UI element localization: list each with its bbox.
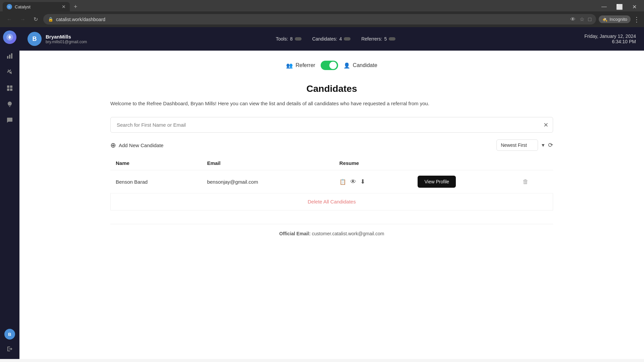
menu-icon[interactable]: ⋮ <box>633 15 640 23</box>
referrer-toggle-label: 👥 Referrer <box>286 62 315 69</box>
signout-icon <box>6 346 13 352</box>
search-clear-icon[interactable]: ✕ <box>543 121 548 129</box>
top-bar-time: 6:34:10 PM <box>584 39 636 44</box>
view-profile-cell: View Profile <box>412 170 517 193</box>
search-input[interactable] <box>110 117 553 133</box>
tab-close-icon[interactable]: ✕ <box>62 4 66 9</box>
sidebar-logo[interactable] <box>3 31 16 44</box>
star-icon[interactable]: ☆ <box>580 16 584 22</box>
browser-chrome: C Catalyst ✕ + — ⬜ ✕ ← → ↻ 🔒 catalist.wo… <box>0 0 644 27</box>
page-title: Candidates <box>110 83 553 94</box>
stat-referrers-label: Referrers: <box>361 36 382 42</box>
top-bar-date: Friday, January 12, 2024 <box>584 34 636 39</box>
svg-rect-3 <box>11 53 12 59</box>
sort-select[interactable]: Newest First <box>496 139 538 151</box>
incognito-label: Incognito <box>609 17 627 22</box>
toggle-slider <box>321 61 338 70</box>
svg-rect-1 <box>7 56 8 59</box>
sidebar-item-ideas[interactable] <box>3 98 16 111</box>
stat-tools-label: Tools: <box>276 36 288 42</box>
sidebar-item-analytics[interactable] <box>3 49 16 63</box>
referrers-stat-icon <box>389 37 395 41</box>
sidebar: B <box>0 27 19 359</box>
page-description: Welcome to the Refree Dashboard, Bryan M… <box>110 100 463 108</box>
close-button[interactable]: ✕ <box>628 2 641 11</box>
table-header-row: Name Email Resume <box>110 156 553 170</box>
top-bar-stats: Tools: 8 Candidates: 4 Referrers: 5 <box>276 36 395 42</box>
table-body: Benson Barad bensonjay@gmail.com 📋 👁 ⬇ <box>110 170 553 193</box>
stat-candidates: Candidates: 4 <box>312 36 351 42</box>
tab-title: Catalyst <box>15 4 59 9</box>
view-toggle-switch[interactable] <box>321 61 338 70</box>
browser-tab-active[interactable]: C Catalyst ✕ <box>3 2 70 11</box>
copy-icon[interactable]: 📋 <box>339 179 346 185</box>
incognito-icon: 🕵 <box>602 17 607 22</box>
col-email: Email <box>202 156 334 170</box>
address-text: catalist.work/dashboard <box>56 17 568 22</box>
extensions-icon[interactable]: □ <box>588 16 592 22</box>
col-actions <box>412 156 517 170</box>
address-bar[interactable]: 🔒 catalist.work/dashboard 👁 ☆ □ <box>43 14 596 24</box>
stat-tools-count: 8 <box>290 36 293 42</box>
view-profile-button[interactable]: View Profile <box>418 176 456 188</box>
reload-button[interactable]: ↻ <box>31 15 41 24</box>
delete-row-icon[interactable]: 🗑 <box>523 178 529 185</box>
search-container: ✕ <box>110 117 553 133</box>
tools-icon <box>6 69 13 75</box>
user-info: BryanMills bry.mills01@gmail.com <box>46 34 87 44</box>
minimize-button[interactable]: — <box>597 2 611 11</box>
footer: Official Email: customer.catalist.work@g… <box>110 224 553 243</box>
sidebar-signout-button[interactable] <box>3 342 16 356</box>
incognito-badge[interactable]: 🕵 Incognito <box>599 15 631 23</box>
tools-stat-icon <box>295 37 302 41</box>
maximize-button[interactable]: ⬜ <box>611 2 628 11</box>
stat-tools: Tools: 8 <box>276 36 301 42</box>
main-content: B BryanMills bry.mills01@gmail.com Tools… <box>19 27 644 359</box>
dashboard-body: 👥 Referrer 👤 Candidate Candidates Welcom… <box>97 51 567 253</box>
svg-rect-6 <box>7 88 9 91</box>
lock-icon: 🔒 <box>48 17 53 22</box>
stat-referrers-count: 5 <box>384 36 387 42</box>
download-resume-icon[interactable]: ⬇ <box>360 178 365 185</box>
add-candidate-button[interactable]: ⊕ Add New Candidate <box>110 141 163 149</box>
sidebar-item-dashboard[interactable] <box>3 81 16 95</box>
referrer-label-text: Referrer <box>296 62 315 68</box>
chat-icon <box>6 117 13 124</box>
col-name: Name <box>110 156 202 170</box>
new-tab-icon[interactable]: + <box>71 3 80 10</box>
sidebar-item-tools[interactable] <box>3 65 16 79</box>
delete-all-container: Delete All Candidates <box>110 193 553 210</box>
user-email: bry.mills01@gmail.com <box>46 40 87 44</box>
window-controls: — ⬜ ✕ <box>597 2 641 11</box>
analytics-icon <box>6 53 13 59</box>
forward-button[interactable]: → <box>17 15 28 24</box>
view-resume-icon[interactable]: 👁 <box>350 178 356 185</box>
table-header: Name Email Resume <box>110 156 553 170</box>
stat-candidates-count: 4 <box>339 36 342 42</box>
resume-actions-cell: 📋 👁 ⬇ <box>334 170 413 193</box>
eye-off-icon[interactable]: 👁 <box>570 16 576 22</box>
lightbulb-icon <box>6 101 13 108</box>
svg-rect-2 <box>9 55 10 59</box>
user-avatar: B <box>28 32 42 46</box>
candidate-icon: 👤 <box>343 62 350 69</box>
sidebar-item-messages[interactable] <box>3 114 16 127</box>
svg-rect-4 <box>7 85 9 88</box>
back-button[interactable]: ← <box>4 15 15 24</box>
email-text: bensonjay@gmail.com <box>207 179 258 185</box>
delete-cell: 🗑 <box>517 170 553 193</box>
col-delete <box>517 156 553 170</box>
resume-actions: 📋 👁 ⬇ <box>339 178 407 185</box>
delete-all-button[interactable]: Delete All Candidates <box>308 199 356 204</box>
footer-prefix: Official Email: <box>279 231 311 236</box>
footer-email: customer.catalist.work@gmail.com <box>312 231 384 236</box>
candidate-name: Benson Barad <box>110 170 202 193</box>
browser-tab-bar: C Catalyst ✕ + — ⬜ ✕ <box>0 0 644 11</box>
add-candidate-label: Add New Candidate <box>119 142 163 148</box>
browser-address-bar: ← → ↻ 🔒 catalist.work/dashboard 👁 ☆ □ 🕵 … <box>0 11 644 27</box>
sidebar-user-avatar[interactable]: B <box>4 329 15 340</box>
svg-rect-7 <box>10 88 12 91</box>
refresh-icon[interactable]: ⟳ <box>548 141 553 149</box>
top-bar-datetime: Friday, January 12, 2024 6:34:10 PM <box>584 34 636 44</box>
candidates-stat-icon <box>344 37 351 41</box>
